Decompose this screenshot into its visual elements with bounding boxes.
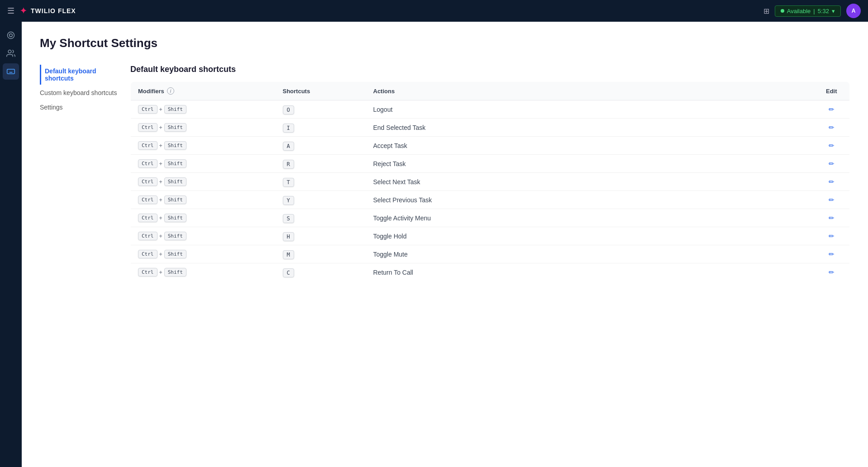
shortcut-key: O bbox=[283, 105, 294, 114]
ctrl-key: Ctrl bbox=[138, 232, 157, 240]
sidebar-icon-contacts[interactable] bbox=[3, 45, 19, 62]
shortcut-key: S bbox=[283, 214, 294, 223]
shift-key: Shift bbox=[164, 195, 186, 204]
top-nav: ☰ ✦ TWILIO FLEX ⊞ Available | 5:32 ▾ A bbox=[0, 0, 868, 22]
modifier-cell: Ctrl+Shift bbox=[131, 263, 276, 281]
action-cell: Select Previous Task bbox=[366, 191, 814, 209]
edit-icon[interactable]: ✏ bbox=[829, 268, 835, 276]
edit-cell: ✏ bbox=[814, 263, 850, 281]
shift-key: Shift bbox=[164, 232, 186, 240]
nav-item-settings[interactable]: Settings bbox=[40, 101, 119, 114]
edit-cell: ✏ bbox=[814, 227, 850, 245]
shift-key: Shift bbox=[164, 214, 186, 222]
action-cell: Accept Task bbox=[366, 137, 814, 155]
edit-icon[interactable]: ✏ bbox=[829, 178, 835, 186]
grid-icon[interactable]: ⊞ bbox=[763, 7, 769, 15]
shortcut-cell: H bbox=[276, 227, 366, 245]
action-cell: End Selected Task bbox=[366, 119, 814, 137]
main-content: My Shortcut Settings Default keyboard sh… bbox=[22, 22, 868, 467]
edit-icon[interactable]: ✏ bbox=[829, 250, 835, 258]
edit-icon[interactable]: ✏ bbox=[829, 142, 835, 149]
brand-icon: ✦ bbox=[20, 6, 27, 16]
sidebar-icon-tasks[interactable] bbox=[3, 27, 19, 43]
side-nav: Default keyboard shortcuts Custom keyboa… bbox=[40, 65, 130, 281]
edit-cell: ✏ bbox=[814, 245, 850, 263]
plus-sign: + bbox=[159, 179, 162, 185]
status-time: 5:32 bbox=[818, 8, 829, 14]
shortcut-cell: S bbox=[276, 209, 366, 227]
col-actions: Actions bbox=[366, 82, 814, 100]
edit-icon[interactable]: ✏ bbox=[829, 232, 835, 240]
shortcut-key: H bbox=[283, 232, 294, 241]
edit-cell: ✏ bbox=[814, 155, 850, 173]
menu-icon[interactable]: ☰ bbox=[7, 6, 14, 16]
action-cell: Toggle Activity Menu bbox=[366, 209, 814, 227]
shortcut-key: A bbox=[283, 142, 294, 151]
modifier-cell: Ctrl+Shift bbox=[131, 100, 276, 119]
modifier-cell: Ctrl+Shift bbox=[131, 191, 276, 209]
key-badge: Ctrl+Shift bbox=[138, 123, 186, 132]
plus-sign: + bbox=[159, 215, 162, 221]
shortcut-key: Y bbox=[283, 196, 294, 205]
shift-key: Shift bbox=[164, 105, 186, 114]
ctrl-key: Ctrl bbox=[138, 195, 157, 204]
edit-icon[interactable]: ✏ bbox=[829, 105, 835, 113]
modifier-cell: Ctrl+Shift bbox=[131, 119, 276, 137]
left-sidebar bbox=[0, 22, 22, 467]
modifier-cell: Ctrl+Shift bbox=[131, 245, 276, 263]
chevron-down-icon: ▾ bbox=[832, 8, 835, 14]
shift-key: Shift bbox=[164, 141, 186, 150]
edit-icon[interactable]: ✏ bbox=[829, 196, 835, 204]
shortcut-key: C bbox=[283, 268, 294, 277]
col-shortcuts: Shortcuts bbox=[276, 82, 366, 100]
edit-cell: ✏ bbox=[814, 173, 850, 191]
action-cell: Reject Task bbox=[366, 155, 814, 173]
shift-key: Shift bbox=[164, 250, 186, 258]
status-badge[interactable]: Available | 5:32 ▾ bbox=[775, 5, 841, 17]
edit-cell: ✏ bbox=[814, 119, 850, 137]
svg-point-0 bbox=[8, 32, 14, 39]
table-row: Ctrl+ShiftMToggle Mute✏ bbox=[131, 245, 850, 263]
action-cell: Toggle Mute bbox=[366, 245, 814, 263]
info-icon[interactable]: i bbox=[167, 87, 174, 95]
brand-name: TWILIO FLEX bbox=[31, 7, 76, 14]
edit-icon[interactable]: ✏ bbox=[829, 160, 835, 167]
svg-point-1 bbox=[10, 34, 13, 37]
shortcut-cell: C bbox=[276, 263, 366, 281]
shift-key: Shift bbox=[164, 159, 186, 168]
shortcut-key: R bbox=[283, 160, 294, 169]
ctrl-key: Ctrl bbox=[138, 214, 157, 222]
plus-sign: + bbox=[159, 143, 162, 149]
plus-sign: + bbox=[159, 161, 162, 167]
key-badge: Ctrl+Shift bbox=[138, 195, 186, 204]
modifier-cell: Ctrl+Shift bbox=[131, 137, 276, 155]
status-separator: | bbox=[813, 8, 815, 14]
ctrl-key: Ctrl bbox=[138, 123, 157, 132]
ctrl-key: Ctrl bbox=[138, 159, 157, 168]
table-row: Ctrl+ShiftTSelect Next Task✏ bbox=[131, 173, 850, 191]
brand-logo-area: ✦ TWILIO FLEX bbox=[20, 6, 76, 16]
key-badge: Ctrl+Shift bbox=[138, 141, 186, 150]
status-dot bbox=[781, 9, 784, 13]
table-row: Ctrl+ShiftIEnd Selected Task✏ bbox=[131, 119, 850, 137]
section-title: Default keyboard shortcuts bbox=[130, 65, 850, 74]
table-row: Ctrl+ShiftRReject Task✏ bbox=[131, 155, 850, 173]
col-modifiers-label: Modifiers bbox=[138, 88, 164, 95]
key-badge: Ctrl+Shift bbox=[138, 159, 186, 168]
action-cell: Select Next Task bbox=[366, 173, 814, 191]
plus-sign: + bbox=[159, 124, 162, 131]
sidebar-icon-keyboard[interactable] bbox=[3, 63, 19, 80]
shift-key: Shift bbox=[164, 177, 186, 186]
table-row: Ctrl+ShiftSToggle Activity Menu✏ bbox=[131, 209, 850, 227]
col-modifiers: Modifiers i bbox=[131, 82, 276, 100]
edit-icon[interactable]: ✏ bbox=[829, 214, 835, 222]
avatar[interactable]: A bbox=[846, 4, 861, 18]
svg-rect-3 bbox=[7, 69, 15, 74]
plus-sign: + bbox=[159, 233, 162, 239]
nav-item-default[interactable]: Default keyboard shortcuts bbox=[40, 65, 119, 85]
shortcut-cell: Y bbox=[276, 191, 366, 209]
nav-item-custom[interactable]: Custom keyboard shortcuts bbox=[40, 86, 119, 99]
edit-cell: ✏ bbox=[814, 209, 850, 227]
edit-icon[interactable]: ✏ bbox=[829, 124, 835, 131]
shortcut-key: M bbox=[283, 250, 294, 259]
